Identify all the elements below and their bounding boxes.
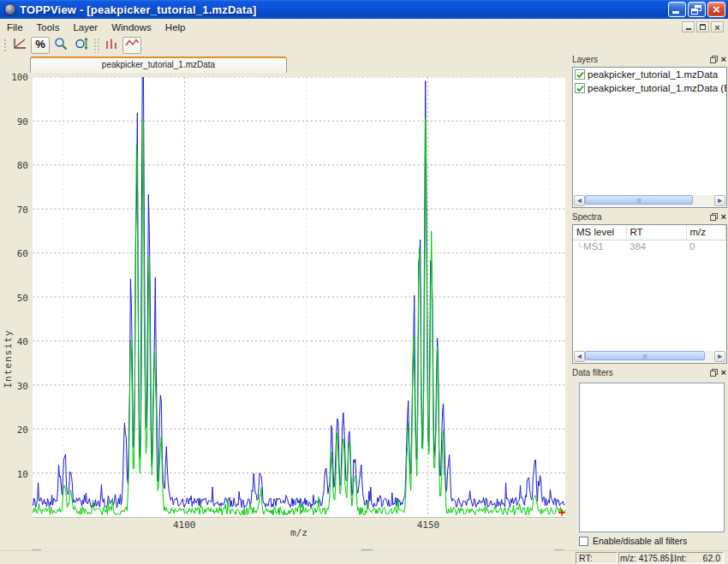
data-filters-list[interactable]	[579, 383, 725, 532]
layer-visibility-checkbox[interactable]	[575, 83, 585, 93]
spectra-column-header[interactable]: RT	[626, 225, 686, 240]
menu-item-layer[interactable]: Layer	[66, 21, 104, 34]
close-panel-icon[interactable]: ×	[721, 369, 726, 377]
menu-item-tools[interactable]: Tools	[30, 21, 67, 34]
layers-panel-header: Layers ×	[572, 53, 726, 66]
spectra-row[interactable]: └MS13840	[573, 240, 726, 252]
toolbar-separator	[93, 38, 99, 53]
layer-item[interactable]: peakpicker_tutorial_1.mzData (Bas	[573, 81, 726, 95]
intensity-percentage-mode-icon: %	[33, 37, 48, 54]
reset-zoom-button[interactable]	[10, 37, 29, 54]
y-tick-label: 10	[17, 468, 28, 479]
menu-item-windows[interactable]: Windows	[104, 21, 158, 34]
data-filters-panel-title: Data filters	[572, 368, 710, 377]
restore-icon	[700, 24, 706, 30]
mdi-restore-button[interactable]	[696, 21, 709, 33]
restore-button[interactable]	[688, 2, 706, 17]
status-mz-value: m/z: 4175.851	[620, 554, 674, 563]
y-tick-label: 40	[17, 336, 28, 347]
y-tick-label: 30	[17, 380, 28, 391]
close-panel-icon[interactable]: ×	[721, 56, 726, 63]
close-panel-icon[interactable]: ×	[721, 213, 726, 221]
layers-horizontal-scrollbar[interactable]: ◂ ▸	[574, 195, 725, 206]
status-int-field: Int: 62.0	[671, 552, 724, 564]
float-panel-icon[interactable]	[710, 213, 718, 221]
tab-peakpicker-tutorial[interactable]: peakpicker_tutorial_1.mzData	[30, 56, 287, 73]
toolbar: %	[0, 36, 728, 55]
spectra-column-header[interactable]: MS level	[573, 225, 626, 240]
peaks-view-button[interactable]	[102, 37, 121, 54]
window-title: TOPPView - [peakpicker_tutorial_1.mzData…	[20, 3, 666, 16]
scrollbar-track[interactable]	[585, 195, 714, 206]
intensity-percentage-mode-button[interactable]: %	[31, 37, 50, 54]
check-icon	[576, 85, 584, 92]
spectra-panel-title: Spectra	[572, 212, 710, 222]
layers-panel-title: Layers	[572, 55, 710, 64]
scroll-right-arrow-icon[interactable]: ▸	[714, 195, 725, 206]
float-panel-icon[interactable]	[710, 369, 718, 377]
y-axis-label: Intensity	[3, 329, 14, 389]
toolbar-grip[interactable]	[3, 39, 8, 52]
y-tick-label: 80	[17, 160, 28, 171]
status-bar: RT: m/z: 4175.851 Int: 62.0	[0, 550, 728, 564]
zoom-mode-button[interactable]	[51, 37, 70, 54]
minimize-icon	[672, 11, 679, 14]
mdi-close-button[interactable]: ×	[711, 21, 724, 33]
raw-data-view-icon	[124, 37, 140, 54]
menu-bar: FileToolsLayerWindowsHelp	[0, 19, 728, 36]
enable-filters-label: Enable/disable all filters	[593, 536, 687, 546]
minimize-icon	[686, 28, 691, 30]
scroll-left-arrow-icon[interactable]: ◂	[574, 195, 585, 206]
measure-mode-button[interactable]	[72, 37, 91, 54]
spectrum-ms-level: MS1	[583, 241, 604, 252]
menu-item-help[interactable]: Help	[158, 21, 193, 34]
reset-zoom-icon	[12, 37, 27, 54]
title-bar[interactable]: TOPPView - [peakpicker_tutorial_1.mzData…	[0, 0, 728, 19]
float-panel-icon[interactable]	[710, 56, 718, 63]
peaks-view-icon	[104, 37, 119, 54]
scroll-right-arrow-icon[interactable]: ▸	[714, 351, 725, 362]
tab-bar: peakpicker_tutorial_1.mzData	[0, 55, 567, 73]
spectra-horizontal-scrollbar[interactable]: ◂ ▸	[574, 351, 725, 362]
status-rt-label: RT:	[579, 553, 593, 563]
scrollbar-thumb[interactable]	[585, 351, 705, 360]
close-icon: ×	[714, 23, 719, 32]
y-tick-label: 90	[17, 116, 28, 127]
enable-filters-checkbox[interactable]	[579, 537, 588, 546]
data-filters-panel-header: Data filters ×	[572, 366, 726, 379]
spectrum-mz: 0	[686, 240, 726, 252]
status-mz-field: m/z: 4175.851	[618, 552, 670, 564]
menu-item-file[interactable]: File	[0, 21, 30, 34]
spectrum-plot-canvas[interactable]	[33, 77, 565, 518]
layers-list[interactable]: peakpicker_tutorial_1.mzDatapeakpicker_t…	[572, 67, 727, 208]
spectra-column-header[interactable]: m/z	[686, 225, 726, 240]
toppview-window: TOPPView - [peakpicker_tutorial_1.mzData…	[0, 0, 728, 564]
scroll-left-arrow-icon[interactable]: ◂	[574, 351, 585, 362]
toppview-app-icon[interactable]	[4, 3, 16, 15]
check-icon	[576, 71, 584, 79]
status-int-value: 62.0	[703, 553, 720, 563]
y-tick-label: 70	[17, 204, 28, 215]
close-button[interactable]: ×	[707, 2, 725, 17]
enable-filters-row: Enable/disable all filters	[579, 536, 687, 546]
layer-visibility-checkbox[interactable]	[575, 69, 585, 80]
layer-item[interactable]: peakpicker_tutorial_1.mzData	[573, 68, 726, 81]
layer-label: peakpicker_tutorial_1.mzData	[588, 69, 718, 80]
y-tick-label: 100	[11, 73, 28, 83]
x-tick-label: 4150	[417, 519, 440, 531]
y-tick-label: 20	[17, 424, 28, 436]
x-axis-label: m/z	[290, 527, 307, 538]
scrollbar-thumb[interactable]	[585, 195, 693, 205]
spectra-panel-header: Spectra ×	[572, 211, 726, 223]
spectra-tree-table[interactable]: MS levelRTm/z └MS13840 ◂ ▸	[572, 224, 727, 364]
spectrum-rt: 384	[626, 240, 686, 252]
y-tick-label: 50	[17, 292, 28, 303]
raw-data-view-button[interactable]	[122, 37, 141, 54]
scrollbar-track[interactable]	[585, 351, 714, 362]
status-int-label: Int:	[674, 553, 687, 563]
x-tick-label: 4100	[173, 519, 196, 531]
minimize-button[interactable]	[668, 2, 686, 17]
svg-text:%: %	[35, 38, 45, 50]
mdi-minimize-button[interactable]	[682, 21, 695, 33]
measure-mode-icon	[74, 37, 89, 54]
